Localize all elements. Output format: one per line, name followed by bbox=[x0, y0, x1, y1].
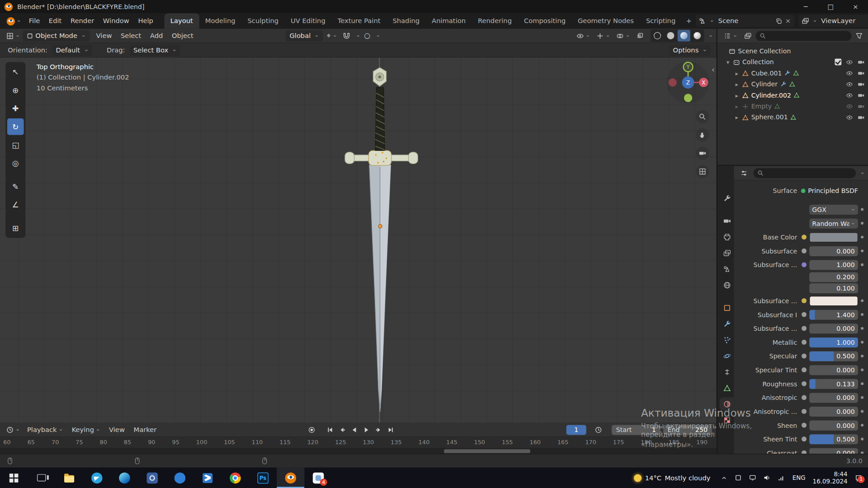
node-socket-dot[interactable] bbox=[802, 249, 807, 253]
node-socket-dot[interactable] bbox=[802, 367, 807, 372]
disable-render-icon[interactable] bbox=[858, 114, 865, 121]
properties-tab[interactable] bbox=[720, 301, 734, 314]
value-slider[interactable]: 0.000 bbox=[809, 393, 858, 403]
workspace-tab[interactable]: Sculpting bbox=[241, 13, 285, 28]
properties-tab[interactable] bbox=[720, 413, 734, 427]
taskbar-app-button[interactable] bbox=[111, 468, 138, 488]
scene-selector[interactable]: Scene × bbox=[696, 15, 795, 27]
properties-tab[interactable] bbox=[720, 333, 734, 346]
axis-y-neg-ball[interactable] bbox=[684, 94, 692, 102]
node-socket-dot[interactable] bbox=[802, 450, 807, 454]
object-name[interactable]: Sphere.001 bbox=[751, 113, 788, 121]
clock-widget[interactable]: 8:44 16.09.2024 bbox=[813, 470, 848, 485]
viewport-menu-item[interactable]: Add bbox=[146, 32, 167, 39]
decorator-dot[interactable] bbox=[858, 263, 866, 266]
decorator-dot[interactable] bbox=[858, 208, 866, 211]
viewport-3d[interactable]: ↖ ⊕ ✚ ↻ ◱ ◎ ✎ ∠ bbox=[0, 57, 716, 422]
workspace-tab[interactable]: Shading bbox=[387, 13, 426, 28]
node-socket-dot[interactable] bbox=[802, 221, 807, 226]
properties-tab[interactable] bbox=[720, 397, 734, 410]
menu-item[interactable]: Edit bbox=[44, 17, 66, 25]
tool-button[interactable]: ↖ bbox=[7, 64, 24, 80]
decorator-dot[interactable] bbox=[858, 341, 866, 343]
sword-pommel[interactable] bbox=[373, 67, 386, 86]
navigation-gizmo[interactable]: Y X Z bbox=[666, 60, 710, 104]
decorator-dot[interactable] bbox=[858, 222, 866, 225]
workspace-tab[interactable]: Texture Paint bbox=[331, 13, 387, 28]
disable-render-icon[interactable] bbox=[858, 70, 865, 77]
workspace-tab[interactable]: UV Editing bbox=[285, 13, 332, 28]
decorator-dot[interactable] bbox=[858, 327, 866, 330]
frame-ruler[interactable]: 6065707580859095100105110115120125130135… bbox=[0, 437, 716, 449]
weather-widget[interactable]: 14°C Mostly cloudy bbox=[631, 468, 714, 488]
node-socket-dot[interactable] bbox=[802, 207, 807, 212]
value-slider[interactable]: 0.500 bbox=[809, 434, 858, 444]
hide-viewport-icon[interactable] bbox=[846, 80, 853, 88]
properties-tab[interactable] bbox=[720, 365, 734, 378]
properties-editor-button[interactable] bbox=[737, 169, 750, 177]
object-name[interactable]: Cube.001 bbox=[751, 69, 782, 77]
value-slider[interactable]: 0.000 bbox=[809, 324, 858, 333]
node-socket-dot[interactable] bbox=[802, 381, 807, 386]
outliner-row[interactable]: ▸ Cube.001 bbox=[717, 67, 868, 78]
decorator-dot[interactable] bbox=[858, 382, 866, 385]
minimize-button[interactable]: ─ bbox=[793, 0, 818, 13]
sword-blade[interactable] bbox=[369, 165, 391, 412]
properties-tab[interactable] bbox=[720, 246, 734, 259]
jump-end-button[interactable] bbox=[385, 424, 396, 435]
outliner-row[interactable]: Scene Collection bbox=[717, 45, 868, 56]
close-button[interactable]: × bbox=[843, 0, 868, 13]
tool-button[interactable]: ◎ bbox=[7, 155, 24, 172]
properties-tab[interactable] bbox=[720, 214, 734, 227]
sword-crossguard[interactable] bbox=[345, 150, 418, 165]
outliner-row[interactable]: ▸ Empty bbox=[717, 101, 868, 112]
node-socket-dot[interactable] bbox=[802, 235, 807, 239]
properties-options-chevron[interactable] bbox=[860, 171, 865, 175]
value-slider[interactable]: 0.000 bbox=[809, 448, 858, 454]
hide-viewport-icon[interactable] bbox=[846, 70, 853, 77]
tool-button[interactable]: ◱ bbox=[7, 136, 24, 153]
hidden-icons-button[interactable] bbox=[721, 474, 728, 481]
pan-button[interactable] bbox=[696, 128, 709, 141]
axis-x-neg-ball[interactable] bbox=[669, 78, 677, 86]
expand-arrow[interactable]: ▸ bbox=[734, 70, 740, 76]
filter-button[interactable] bbox=[854, 32, 864, 39]
properties-search[interactable] bbox=[754, 168, 856, 178]
node-socket-dot[interactable] bbox=[802, 353, 807, 358]
expand-arrow[interactable]: ▾ bbox=[725, 59, 731, 65]
tray-display-button[interactable] bbox=[749, 474, 756, 481]
xray-toggle-button[interactable] bbox=[634, 32, 645, 39]
timeline-menu-item[interactable]: Marker bbox=[129, 426, 161, 433]
options-dropdown[interactable]: Options bbox=[669, 45, 711, 56]
taskbar-app-button[interactable] bbox=[83, 468, 111, 488]
value-slider[interactable]: 0.000 bbox=[809, 246, 858, 256]
shader-name[interactable]: Principled BSDF bbox=[801, 186, 858, 196]
node-socket-dot[interactable] bbox=[802, 286, 807, 291]
color-swatch[interactable] bbox=[809, 232, 858, 242]
add-workspace-button[interactable]: + bbox=[682, 17, 696, 25]
timeline-menu-item[interactable]: Playback bbox=[23, 426, 67, 433]
play-button[interactable] bbox=[360, 424, 372, 435]
unlink-scene-icon[interactable]: × bbox=[784, 17, 792, 25]
prev-keyframe-button[interactable] bbox=[336, 424, 348, 435]
timeline-menu-item[interactable]: View bbox=[104, 426, 129, 433]
disable-render-icon[interactable] bbox=[858, 80, 865, 88]
menu-item[interactable]: Help bbox=[134, 17, 158, 25]
expand-arrow[interactable]: ▸ bbox=[734, 103, 740, 109]
value-slider[interactable]: 0.500 bbox=[809, 351, 858, 361]
disable-render-icon[interactable] bbox=[858, 103, 865, 110]
value-slider[interactable]: 0.000 bbox=[809, 420, 858, 430]
collection-checkbox[interactable] bbox=[835, 59, 842, 66]
proportional-falloff-chevron[interactable] bbox=[376, 33, 380, 38]
next-keyframe-button[interactable] bbox=[373, 424, 384, 435]
object-name[interactable]: Empty bbox=[751, 103, 772, 110]
node-socket-dot[interactable] bbox=[802, 262, 807, 267]
value-slider[interactable]: 0.200 bbox=[809, 272, 858, 282]
decorator-dot[interactable] bbox=[858, 313, 866, 316]
taskbar-app-button[interactable] bbox=[55, 468, 83, 488]
viewport-menu-item[interactable]: View bbox=[92, 32, 116, 39]
value-slider[interactable]: 0.133 bbox=[809, 379, 858, 389]
decorator-dot[interactable] bbox=[858, 410, 866, 413]
node-socket-dot[interactable] bbox=[802, 340, 807, 345]
frame-start-field[interactable]: Start 1 bbox=[612, 425, 660, 435]
